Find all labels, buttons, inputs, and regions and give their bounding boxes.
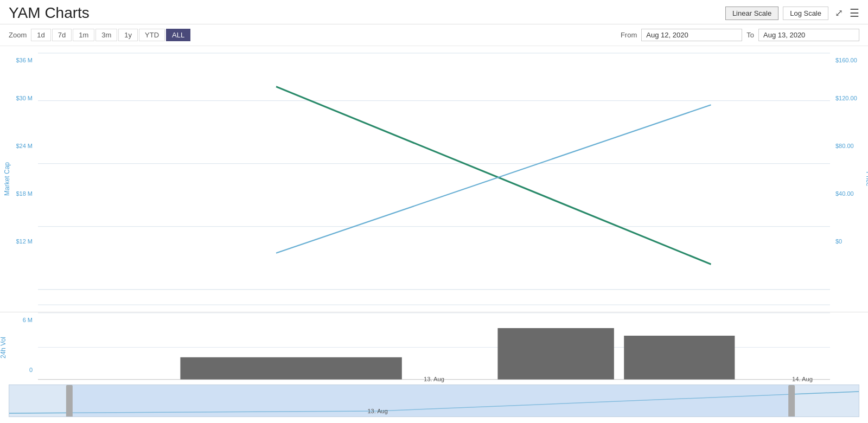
to-date-input[interactable] xyxy=(758,29,859,41)
volume-svg-area[interactable]: 13. Aug 14. Aug xyxy=(38,312,830,382)
svg-text:$24 M: $24 M xyxy=(16,143,33,149)
svg-text:$12 M: $12 M xyxy=(16,238,33,245)
from-date-input[interactable] xyxy=(641,29,742,41)
svg-rect-33 xyxy=(788,385,795,417)
svg-text:$80.00: $80.00 xyxy=(835,143,854,149)
from-label: From xyxy=(621,31,637,39)
fullscreen-icon[interactable]: ⤢ xyxy=(835,7,843,19)
svg-text:14. Aug: 14. Aug xyxy=(792,376,813,382)
volume-left-axis: 24h Vol 6 M 0 xyxy=(0,312,38,382)
volume-chart-area: 24h Vol 6 M 0 13. Aug 14. Aug xyxy=(0,312,868,382)
chart-svg-area[interactable] xyxy=(38,46,830,312)
svg-line-10 xyxy=(276,87,711,265)
app-title: YAM Charts xyxy=(9,4,90,22)
zoom-1y-button[interactable]: 1y xyxy=(118,29,138,41)
svg-rect-25 xyxy=(624,336,735,380)
left-axis: Market Cap $36 M $30 M $24 M $18 M $12 M xyxy=(0,46,38,312)
main-chart-area: Market Cap $36 M $30 M $24 M $18 M $12 M xyxy=(0,46,868,312)
right-axis: Price $160.00 $120.00 $80.00 $40.00 $0 xyxy=(830,46,868,312)
svg-rect-32 xyxy=(66,385,73,417)
svg-text:$30 M: $30 M xyxy=(16,95,33,101)
date-range: From To xyxy=(621,29,859,41)
svg-text:$0: $0 xyxy=(835,238,842,245)
svg-text:$160.00: $160.00 xyxy=(835,57,857,63)
zoom-7d-button[interactable]: 7d xyxy=(52,29,72,41)
chart-container: Market Cap $36 M $30 M $24 M $18 M $12 M xyxy=(0,46,868,382)
svg-line-11 xyxy=(276,105,711,253)
toolbar: Zoom 1d 7d 1m 3m 1y YTD ALL From To xyxy=(0,24,868,46)
svg-text:6 M: 6 M xyxy=(23,317,33,323)
svg-text:13. Aug: 13. Aug xyxy=(368,408,388,414)
zoom-ytd-button[interactable]: YTD xyxy=(139,29,165,41)
svg-text:0: 0 xyxy=(29,367,33,373)
svg-text:$36 M: $36 M xyxy=(16,57,33,63)
svg-rect-24 xyxy=(497,328,614,380)
zoom-label: Zoom xyxy=(9,31,27,39)
log-scale-button[interactable]: Log Scale xyxy=(783,7,828,20)
zoom-1d-button[interactable]: 1d xyxy=(31,29,50,41)
svg-text:$120.00: $120.00 xyxy=(835,95,857,101)
linear-scale-button[interactable]: Linear Scale xyxy=(725,7,778,20)
zoom-1m-button[interactable]: 1m xyxy=(73,29,94,41)
svg-rect-31 xyxy=(69,385,789,417)
menu-icon[interactable]: ☰ xyxy=(850,7,859,20)
minimap-container[interactable]: 13. Aug xyxy=(9,384,859,417)
svg-text:$18 M: $18 M xyxy=(16,190,33,197)
svg-text:$40.00: $40.00 xyxy=(835,190,854,197)
svg-rect-23 xyxy=(180,357,401,380)
volume-right-axis xyxy=(830,312,868,382)
svg-text:13. Aug: 13. Aug xyxy=(424,376,444,382)
zoom-all-button[interactable]: ALL xyxy=(166,29,190,41)
zoom-3m-button[interactable]: 3m xyxy=(95,29,117,41)
to-label: To xyxy=(746,31,754,39)
header-controls: Linear Scale Log Scale ⤢ ☰ xyxy=(725,7,859,20)
header: YAM Charts Linear Scale Log Scale ⤢ ☰ xyxy=(0,0,868,24)
